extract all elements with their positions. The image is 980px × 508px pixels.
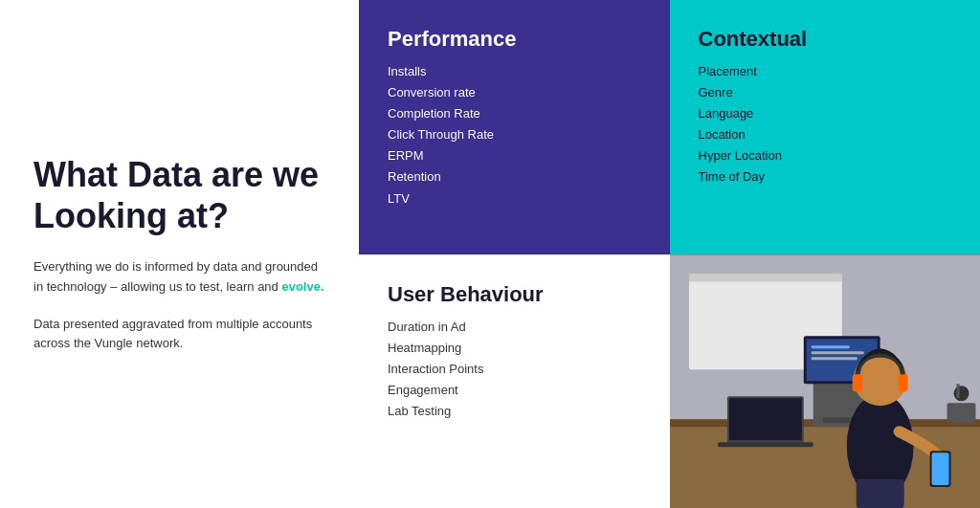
list-item: Genre (699, 82, 952, 103)
user-behaviour-panel: User Behaviour Duration in Ad Heatmappin… (359, 254, 670, 509)
description-text-2: Data presented aggravated from multiple … (33, 315, 325, 355)
list-item: Hyper Location (699, 145, 952, 166)
list-item: Engagement (388, 380, 641, 401)
list-item: Placement (699, 61, 952, 82)
scene-illustration (670, 254, 981, 509)
svg-rect-11 (811, 351, 863, 354)
list-item: Interaction Points (388, 359, 641, 380)
user-behaviour-title: User Behaviour (388, 282, 641, 307)
right-panels: Performance Installs Conversion rate Com… (359, 0, 980, 508)
list-item: Heatmapping (388, 338, 641, 359)
performance-list: Installs Conversion rate Completion Rate… (388, 61, 641, 210)
list-item: Language (699, 103, 952, 124)
contextual-panel: Contextual Placement Genre Language Loca… (670, 0, 981, 254)
performance-title: Performance (388, 27, 641, 52)
svg-rect-10 (811, 345, 849, 348)
list-item: Conversion rate (388, 82, 641, 103)
user-behaviour-list: Duration in Ad Heatmapping Interaction P… (388, 317, 641, 422)
list-item: Lab Testing (388, 401, 641, 422)
list-item: Retention (388, 166, 641, 188)
list-item: Location (699, 124, 952, 145)
svg-rect-25 (856, 479, 903, 508)
list-item: Duration in Ad (388, 317, 641, 338)
contextual-title: Contextual (699, 27, 952, 52)
description-text-1: Everything we do is informed by data and… (33, 257, 325, 298)
svg-rect-14 (728, 398, 801, 440)
left-panel: What Data are we Looking at? Everything … (0, 0, 359, 508)
svg-rect-18 (852, 374, 861, 391)
list-item: Installs (388, 61, 641, 82)
svg-rect-3 (688, 274, 841, 281)
svg-rect-15 (717, 442, 813, 447)
svg-rect-21 (931, 453, 948, 485)
main-heading: What Data are we Looking at? (33, 154, 325, 236)
list-item: Time of Day (699, 166, 952, 188)
list-item: LTV (388, 188, 641, 210)
svg-rect-22 (947, 403, 975, 422)
list-item: ERPM (388, 145, 641, 166)
list-item: Completion Rate (388, 103, 641, 124)
list-item: Click Through Rate (388, 124, 641, 145)
svg-rect-12 (811, 357, 857, 360)
photo-panel (670, 254, 981, 509)
svg-rect-19 (898, 374, 907, 391)
evolve-highlight: evolve. (281, 279, 323, 294)
performance-panel: Performance Installs Conversion rate Com… (359, 0, 670, 254)
svg-rect-24 (956, 384, 959, 398)
contextual-list: Placement Genre Language Location Hyper … (699, 61, 952, 188)
svg-point-23 (953, 386, 969, 401)
